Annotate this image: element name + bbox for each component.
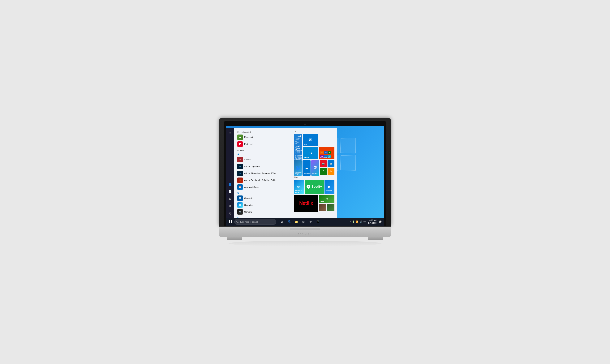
calendar-icon: ▦ [237,202,243,208]
app-pinterest[interactable]: P Pinterest [234,141,292,147]
msstore-tile[interactable]: 🛍 Microsoft Store [294,180,304,194]
mail-tile[interactable]: ✉ Mail [303,134,318,146]
laptop-base: PAVILION [219,227,391,240]
game-thumb-2 [327,204,334,211]
store-taskbar-icon[interactable]: 🛍 [307,218,314,225]
svg-rect-0 [229,220,230,222]
search-icon [236,221,239,223]
skype-m365-row: S Skype P W X O [303,147,334,159]
reflection [229,241,381,246]
alpha-a: A [234,152,292,156]
app-photoshop[interactable]: Ps Adobe Photoshop Elements 2020 [234,170,292,177]
spotify-name: Spotify [311,185,322,188]
app-minecraft[interactable]: M Minecraft [234,134,292,141]
tray-icons: ^ 🔋 📶 🔊 ⌨ [349,221,367,223]
m365-tile[interactable]: P W X O T S Microsoft 365 [319,147,334,159]
alpha-e: E [234,215,292,218]
taskbar: Type here to search ⧉ 🌀 📁 ✉ 🛍 📱 ^ 🔋 [226,218,384,226]
moviestv-tile-name: Movies & TV [326,190,334,193]
spotify-tile[interactable]: ♪ Spotify [305,180,324,194]
recently-added-section: Recently added M Minecraft P Pinterest [234,130,292,149]
skype-tile[interactable]: S Skype [303,147,318,159]
xbox-tile[interactable]: ⊕ Xbox [319,195,334,203]
svg-rect-3 [231,222,232,223]
documents-icon[interactable]: 📄 [227,189,233,195]
foot-left [227,237,242,240]
battery-icon: 🔋 [352,221,355,223]
keyboard-icon: ⌨ [363,221,366,223]
win-logo-pane-tr [340,138,356,153]
expand-button[interactable]: Expand ▾ [234,149,292,152]
settings-icon[interactable]: ⚙ [227,203,233,209]
msstore-tile-name: Microsoft Store [295,190,304,193]
skype-tile-name: Skype [304,157,309,158]
user-icon[interactable]: 👤 [227,181,233,187]
app-lightroom[interactable]: Lr Adobe Lightroom [234,163,292,170]
small-tile-1[interactable]: 📷 [320,160,327,167]
phone-link-icon[interactable]: 📱 [314,218,322,225]
event1-title: Virtual Yoga [296,135,301,139]
small-tile-3[interactable]: P [320,168,327,175]
pinterest-icon: P [237,141,243,147]
event2-time: 1:00 PM – 2:00 PM [296,151,302,154]
camera [304,124,306,125]
aoe-label: Age of Empires II: Definitive Edition [244,179,277,181]
taskbar-icons: ⧉ 🌀 📁 ✉ 🛍 📱 [278,218,322,225]
pictures-icon[interactable]: 🖼 [227,196,233,202]
base-top [219,227,391,231]
edge-taskbar-icon[interactable]: 🌀 [286,218,292,225]
file-explorer-icon[interactable]: 📁 [293,218,300,225]
netflix-tile[interactable]: Netflix [294,195,318,212]
screen-bezel: ≡ 👤 📄 🖼 ⚙ ⏻ Recently added [224,121,386,226]
recently-added-label: Recently added [234,130,292,134]
start-button[interactable] [227,218,234,225]
access-label: Access [244,158,251,161]
app-aoe[interactable]: ⚔ Age of Empires II: Definitive Edition [234,177,292,184]
app-access[interactable]: A Access [234,156,292,163]
onedrive-tile[interactable]: ☁ OneDrive [302,160,310,176]
m365-dot-w: W [324,151,327,154]
app-camera[interactable]: 📷 Camera [234,208,292,215]
power-icon[interactable]: ⏻ [227,210,233,217]
event2-title: Travis' Team Meeting [296,145,302,151]
laptop: ≡ 👤 📄 🖼 ⚙ ⏻ Recently added [219,118,391,246]
event1-time: 11:00 AM – 12:45 PM [296,139,301,144]
search-bar[interactable]: Type here to search [234,219,276,225]
moviestv-tile[interactable]: ▶ Movies & TV [324,180,334,194]
windows-start-icon [229,220,232,223]
small-tile-4[interactable]: Lr [327,168,334,175]
mail-taskbar-icon[interactable]: ✉ [300,218,307,225]
svg-point-4 [237,221,238,222]
model-label: PAVILION [298,233,312,235]
camera-icon: 📷 [237,209,243,215]
wifi-icon: 📶 [356,221,359,223]
photoshop-icon: Ps [237,171,243,176]
app-alarms[interactable]: ⏰ Alarms & Clock [234,184,292,191]
clock-display[interactable]: 10:10 AM 10/1/2020 [368,219,377,224]
photos-tile[interactable]: 🖼 Photos [311,160,319,176]
onedrive-tile-name: OneDrive [304,173,310,175]
small-tile-2[interactable]: 🔢 [327,160,334,167]
edge-tile[interactable]: 🌀 Microsoft Edge [294,160,302,176]
task-view-icon[interactable]: ⧉ [278,218,285,225]
start-menu: ≡ 👤 📄 🖼 ⚙ ⏻ Recently added [226,128,337,218]
volume-icon[interactable]: 🔊 [360,221,362,223]
xbox-group: ⊕ Xbox [319,195,334,212]
start-left-sidebar: ≡ 👤 📄 🖼 ⚙ ⏻ [226,128,234,218]
notification-center-icon[interactable]: 💬 [377,219,383,225]
game-thumb-1 [319,204,326,211]
app-calculator[interactable]: ▦ Calculator [234,195,292,202]
app-calendar[interactable]: ▦ Calendar [234,202,292,208]
m365-dot-p: P [320,151,324,154]
calendar-tile[interactable]: Virtual Yoga 11:00 AM – 12:45 PM Travis'… [294,134,302,159]
calculator-label: Calculator [244,197,254,199]
clock-date: 10/1/2020 [368,222,377,224]
svg-line-5 [238,222,238,223]
calendar-dots [298,157,301,159]
hamburger-menu-icon[interactable]: ≡ [227,130,233,136]
screen: ≡ 👤 📄 🖼 ⚙ ⏻ Recently added [226,126,384,226]
chevron-up-icon[interactable]: ^ [350,221,351,223]
app-list: Recently added M Minecraft P Pinterest [234,128,292,218]
mail-tile-name: Mail [304,143,307,145]
laptop-lid: ≡ 👤 📄 🖼 ⚙ ⏻ Recently added [219,118,391,226]
